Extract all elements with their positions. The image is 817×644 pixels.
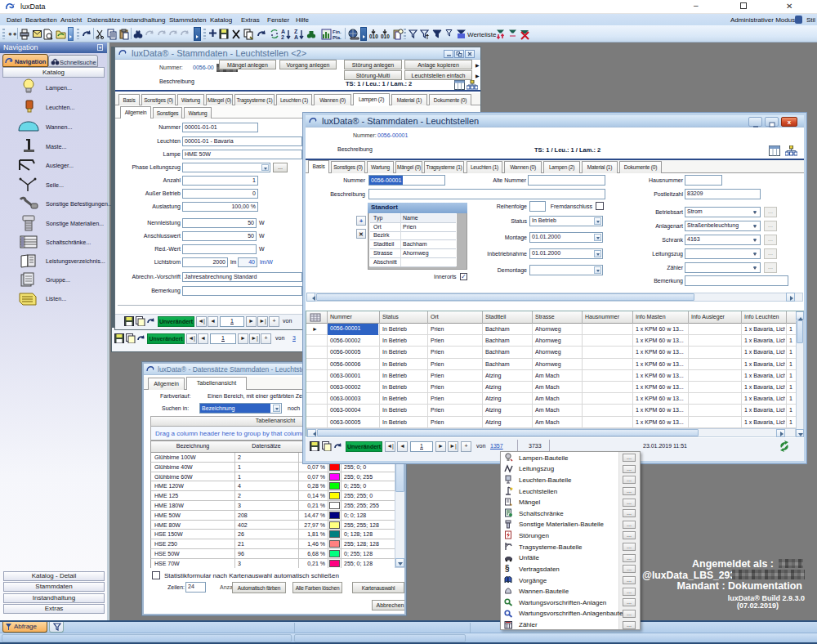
svg-text:Fin.: Fin. [333, 29, 342, 34]
svg-text:A: A [281, 29, 285, 34]
svg-text:A: A [294, 34, 298, 40]
svg-text:Pla.: Pla. [333, 35, 342, 40]
svg-text:2: 2 [281, 34, 284, 40]
svg-text:010: 010 [369, 34, 378, 39]
svg-text:§: § [505, 564, 510, 573]
svg-text:Z: Z [294, 29, 298, 34]
svg-text:010: 010 [381, 34, 390, 39]
